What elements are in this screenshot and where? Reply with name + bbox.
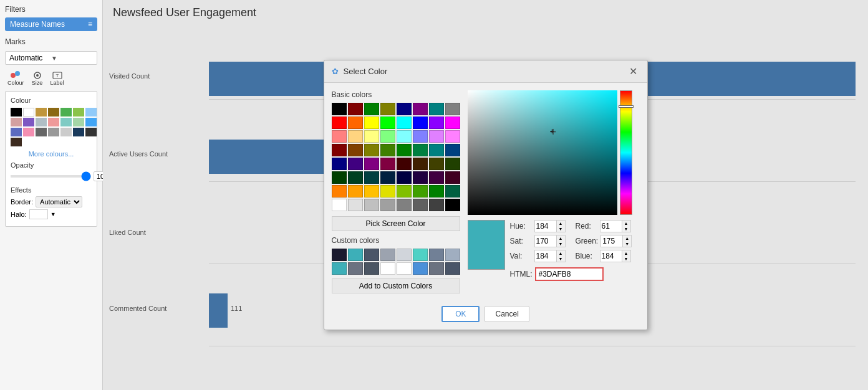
basic-color-swatch[interactable] bbox=[380, 199, 395, 211]
basic-color-swatch[interactable] bbox=[429, 185, 444, 197]
custom-color-swatch[interactable] bbox=[413, 249, 428, 261]
basic-color-swatch[interactable] bbox=[413, 171, 428, 184]
basic-color-swatch[interactable] bbox=[397, 144, 412, 156]
basic-color-swatch[interactable] bbox=[397, 158, 412, 170]
custom-color-swatch[interactable] bbox=[413, 262, 428, 275]
basic-color-swatch[interactable] bbox=[413, 103, 428, 115]
basic-color-swatch[interactable] bbox=[429, 171, 444, 184]
swatch-light-green[interactable] bbox=[73, 108, 84, 117]
blue-up[interactable]: ▲ bbox=[622, 250, 630, 256]
color-gradient[interactable]: + bbox=[468, 90, 617, 215]
swatch-black[interactable] bbox=[11, 108, 22, 117]
basic-color-swatch[interactable] bbox=[397, 103, 412, 115]
swatch-mint[interactable] bbox=[73, 118, 84, 126]
basic-color-swatch[interactable] bbox=[445, 158, 460, 170]
green-input[interactable]: ▲ ▼ bbox=[600, 235, 632, 247]
basic-color-swatch[interactable] bbox=[445, 117, 460, 129]
custom-color-swatch[interactable] bbox=[348, 249, 363, 261]
basic-color-swatch[interactable] bbox=[364, 130, 379, 143]
basic-color-swatch[interactable] bbox=[380, 171, 395, 184]
hue-input[interactable]: ▲ ▼ bbox=[534, 220, 566, 232]
border-select[interactable]: Automatic bbox=[36, 196, 82, 207]
basic-color-swatch[interactable] bbox=[364, 158, 379, 170]
basic-color-swatch[interactable] bbox=[364, 171, 379, 184]
swatch-purple[interactable] bbox=[23, 118, 34, 126]
close-button[interactable]: ✕ bbox=[627, 65, 640, 77]
basic-color-swatch[interactable] bbox=[380, 117, 395, 129]
basic-color-swatch[interactable] bbox=[380, 144, 395, 156]
swatch-teal[interactable] bbox=[60, 118, 72, 126]
basic-color-swatch[interactable] bbox=[332, 171, 347, 184]
sat-value[interactable] bbox=[535, 235, 556, 247]
basic-color-swatch[interactable] bbox=[445, 199, 460, 211]
ok-button[interactable]: OK bbox=[441, 306, 480, 322]
custom-color-swatch[interactable] bbox=[397, 262, 412, 275]
basic-color-swatch[interactable] bbox=[380, 103, 395, 115]
marks-label-button[interactable]: T Label bbox=[48, 70, 67, 87]
val-value[interactable] bbox=[535, 250, 556, 262]
custom-color-swatch[interactable] bbox=[429, 262, 444, 275]
marks-dropdown[interactable]: Automatic ▼ bbox=[5, 51, 97, 65]
basic-color-swatch[interactable] bbox=[380, 158, 395, 170]
green-down[interactable]: ▼ bbox=[622, 241, 631, 247]
halo-color-box[interactable] bbox=[29, 209, 48, 219]
basic-color-swatch[interactable] bbox=[348, 103, 363, 115]
swatch-dark-grey[interactable] bbox=[36, 128, 47, 136]
basic-color-swatch[interactable] bbox=[445, 144, 460, 156]
val-down[interactable]: ▼ bbox=[556, 256, 565, 262]
red-up[interactable]: ▲ bbox=[622, 221, 630, 226]
blue-input[interactable]: ▲ ▼ bbox=[600, 250, 631, 262]
basic-color-swatch[interactable] bbox=[429, 144, 444, 156]
basic-color-swatch[interactable] bbox=[364, 144, 379, 156]
custom-color-swatch[interactable] bbox=[397, 249, 412, 261]
basic-color-swatch[interactable] bbox=[413, 158, 428, 170]
sat-down[interactable]: ▼ bbox=[556, 241, 565, 247]
basic-color-swatch[interactable] bbox=[413, 130, 428, 143]
basic-color-swatch[interactable] bbox=[380, 185, 395, 197]
hue-down[interactable]: ▼ bbox=[556, 226, 565, 232]
custom-color-swatch[interactable] bbox=[380, 262, 395, 275]
basic-color-swatch[interactable] bbox=[429, 103, 444, 115]
custom-color-swatch[interactable] bbox=[364, 262, 379, 275]
basic-color-swatch[interactable] bbox=[413, 185, 428, 197]
basic-color-swatch[interactable] bbox=[332, 130, 347, 143]
basic-color-swatch[interactable] bbox=[348, 117, 363, 129]
basic-color-swatch[interactable] bbox=[348, 158, 363, 170]
basic-color-swatch[interactable] bbox=[445, 130, 460, 143]
basic-color-swatch[interactable] bbox=[397, 185, 412, 197]
swatch-light-grey[interactable] bbox=[60, 128, 72, 136]
basic-color-swatch[interactable] bbox=[445, 103, 460, 115]
pick-screen-color-button[interactable]: Pick Screen Color bbox=[332, 216, 460, 231]
custom-color-swatch[interactable] bbox=[348, 262, 363, 275]
sat-input[interactable]: ▲ ▼ bbox=[534, 235, 566, 247]
basic-color-swatch[interactable] bbox=[348, 199, 363, 211]
custom-color-swatch[interactable] bbox=[380, 249, 395, 261]
custom-color-swatch[interactable] bbox=[445, 262, 460, 275]
swatch-white[interactable] bbox=[23, 108, 34, 117]
swatch-rose[interactable] bbox=[11, 118, 22, 126]
swatch-dark-brown[interactable] bbox=[11, 138, 22, 146]
marks-colour-button[interactable]: Colour bbox=[5, 70, 27, 87]
hue-value[interactable] bbox=[535, 221, 556, 232]
swatch-medium-grey[interactable] bbox=[48, 128, 59, 136]
swatch-brown[interactable] bbox=[48, 108, 59, 117]
hue-slider-container[interactable] bbox=[620, 90, 632, 215]
cancel-button[interactable]: Cancel bbox=[485, 306, 529, 322]
swatch-navy[interactable] bbox=[73, 128, 84, 136]
custom-color-swatch[interactable] bbox=[332, 262, 347, 275]
basic-color-swatch[interactable] bbox=[429, 117, 444, 129]
basic-color-swatch[interactable] bbox=[364, 185, 379, 197]
basic-color-swatch[interactable] bbox=[332, 199, 347, 211]
filter-pill[interactable]: Measure Names ≡ bbox=[5, 17, 97, 31]
basic-color-swatch[interactable] bbox=[332, 103, 347, 115]
basic-color-swatch[interactable] bbox=[364, 103, 379, 115]
basic-color-swatch[interactable] bbox=[348, 171, 363, 184]
hue-up[interactable]: ▲ bbox=[556, 221, 565, 226]
swatch-gold[interactable] bbox=[36, 108, 47, 117]
basic-color-swatch[interactable] bbox=[332, 144, 347, 156]
basic-color-swatch[interactable] bbox=[348, 130, 363, 143]
basic-color-swatch[interactable] bbox=[429, 130, 444, 143]
basic-color-swatch[interactable] bbox=[397, 130, 412, 143]
basic-color-swatch[interactable] bbox=[397, 171, 412, 184]
custom-color-swatch[interactable] bbox=[364, 249, 379, 261]
